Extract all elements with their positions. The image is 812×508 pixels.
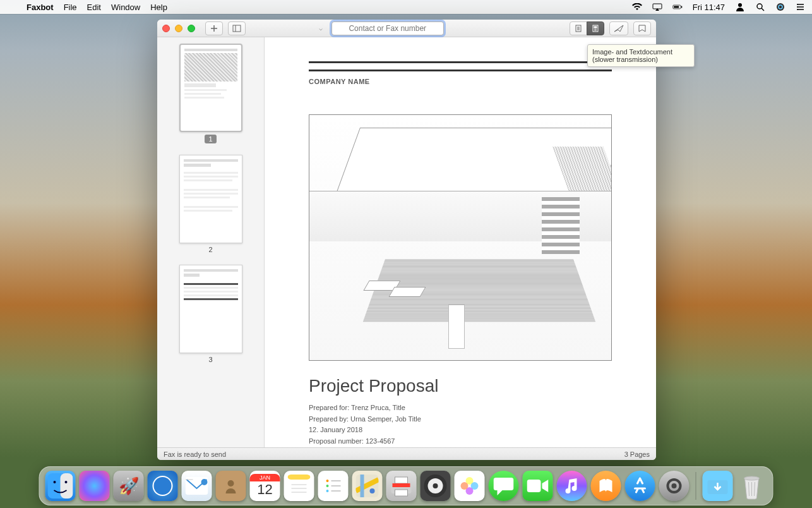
airplay-icon[interactable] [652,2,662,12]
dock-messages-icon[interactable] [489,471,519,501]
dock-ibooks-icon[interactable] [591,471,621,501]
dock-safari-icon[interactable] [148,471,178,501]
document-view[interactable]: COMPANY NAME Project Proposal Prepar [265,37,656,447]
dock-appstore-icon[interactable] [625,471,655,501]
svg-rect-54 [393,483,410,487]
svg-rect-38 [288,475,311,480]
svg-point-34 [201,479,208,485]
dock-faxbot-icon[interactable] [386,471,417,501]
dock-contacts-icon[interactable] [216,471,246,501]
notifications-icon[interactable] [796,2,806,12]
thumbnail-2[interactable]: 2 [179,155,242,253]
svg-point-57 [433,483,438,488]
battery-icon[interactable] [672,2,683,12]
image-mode-button[interactable] [587,21,604,35]
siri-icon[interactable] [775,2,785,12]
status-text: Fax is ready to send [164,451,226,458]
menubar-item-help[interactable]: Help [150,3,167,12]
svg-rect-0 [653,4,662,9]
svg-rect-52 [395,477,408,483]
fax-number-input[interactable] [331,21,444,35]
thumbnails-sidebar[interactable]: 1 2 [157,37,265,447]
thumbnail-1[interactable]: 1 [179,44,242,143]
svg-point-12 [797,4,798,5]
prepared-for: Prepared for: Trenz Pruca, Title [309,402,612,414]
dock-reminders-icon[interactable] [318,471,349,501]
architecture-illustration [309,114,612,361]
svg-point-45 [326,490,329,492]
zoom-button[interactable] [188,25,195,32]
svg-rect-53 [395,490,408,496]
proposal-number: Proposal number: 123-4567 [309,436,612,447]
page-number-3: 3 [208,356,212,363]
text-mode-button[interactable] [570,21,587,35]
close-button[interactable] [162,25,170,32]
dock-itunes-icon[interactable] [557,471,587,501]
send-button[interactable] [609,21,628,35]
svg-rect-62 [527,480,541,492]
company-name: COMPANY NAME [309,70,612,89]
sidebar-toggle-button[interactable] [228,21,246,35]
menubar-item-window[interactable]: Window [111,3,140,12]
svg-point-66 [744,476,760,480]
dock-photos-icon[interactable] [455,471,485,501]
svg-point-32 [154,477,172,495]
dock-maps-icon[interactable] [352,471,383,501]
dock-downloads-icon[interactable] [703,471,733,501]
svg-rect-17 [233,25,241,32]
svg-point-36 [228,480,234,487]
svg-point-43 [326,480,329,482]
dock-launchpad-icon[interactable]: 🚀 [114,471,144,501]
document-date: 12. January 2018 [309,425,612,436]
fax-number-field-wrap [331,21,444,35]
menubar-app[interactable]: Faxbot [27,3,54,12]
dock-mail-icon[interactable] [182,471,212,501]
transmission-mode-segment [570,21,604,35]
svg-point-30 [65,481,68,483]
svg-rect-2 [674,6,679,8]
menubar-item-file[interactable]: File [64,3,77,12]
dock-calendar-icon[interactable]: JAN 12 [250,471,280,501]
dock-trash-icon[interactable] [737,471,767,501]
prepared-by: Prepared by: Urna Semper, Job Title [309,414,612,425]
tooltip-text: Image- and Textdocument (slower transmis… [592,48,672,63]
dock: 🚀 JAN 12 [39,466,773,505]
svg-point-7 [777,3,784,11]
thumbnail-3[interactable]: 3 [179,265,242,363]
dock-siri-icon[interactable] [80,471,110,501]
svg-rect-28 [61,473,73,499]
page-number-2: 2 [208,246,212,253]
dock-facetime-icon[interactable] [523,471,553,501]
menubar: Faxbot File Edit Window Help Fri 11:47 [0,0,812,14]
spotlight-icon[interactable] [755,2,765,12]
dock-finder-icon[interactable] [45,471,76,501]
user-icon[interactable] [735,2,745,12]
wifi-icon[interactable] [632,2,642,12]
apple-logo-icon[interactable] [6,2,16,12]
svg-rect-24 [594,26,597,28]
add-button[interactable] [205,21,223,35]
faxbot-window: ⌵ [157,20,656,460]
minimize-button[interactable] [175,25,182,32]
dock-notes-icon[interactable] [284,471,314,501]
dock-dvdplayer-icon[interactable] [421,471,451,501]
document-title: Project Proposal [309,376,612,396]
svg-point-50 [370,488,375,493]
svg-line-6 [761,8,764,11]
svg-point-13 [797,6,798,8]
menubar-item-edit[interactable]: Edit [87,3,101,12]
bookmarks-button[interactable] [633,21,651,35]
mode-tooltip: Image- and Textdocument (slower transmis… [587,44,695,67]
svg-point-5 [757,4,762,9]
calendar-day: 12 [257,481,272,498]
header-rule [309,61,612,63]
svg-point-14 [797,9,798,10]
dock-systemprefs-icon[interactable] [659,471,690,501]
calendar-month: JAN [250,474,280,481]
svg-point-4 [738,3,742,7]
menubar-clock[interactable]: Fri 11:47 [693,3,725,12]
svg-point-29 [54,481,56,483]
dropdown-chevron-icon[interactable]: ⌵ [319,25,323,32]
status-bar: Fax is ready to send 3 Pages [157,447,656,460]
window-titlebar[interactable]: ⌵ [157,20,656,37]
